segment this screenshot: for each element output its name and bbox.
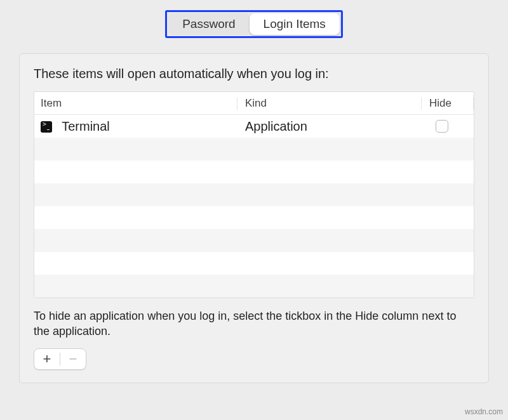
login-items-panel: These items will open automatically when… bbox=[19, 53, 489, 383]
intro-text: These items will open automatically when… bbox=[34, 67, 474, 81]
cell-kind: Application bbox=[237, 119, 422, 134]
watermark: wsxdn.com bbox=[465, 407, 503, 416]
hint-text: To hide an application when you log in, … bbox=[34, 308, 474, 339]
segmented-control: Password Login Items bbox=[165, 10, 343, 38]
tab-bar: Password Login Items bbox=[0, 10, 508, 38]
table-row bbox=[34, 138, 474, 161]
item-name: Terminal bbox=[62, 119, 110, 133]
tab-login-items[interactable]: Login Items bbox=[250, 13, 340, 35]
hide-checkbox[interactable] bbox=[436, 120, 448, 133]
table-body: Terminal Application bbox=[34, 115, 474, 298]
table-row bbox=[34, 252, 474, 275]
table-row[interactable]: Terminal Application bbox=[34, 115, 474, 138]
remove-button[interactable]: − bbox=[60, 349, 86, 369]
add-remove-bar: + − bbox=[34, 348, 86, 370]
column-header-item[interactable]: Item bbox=[34, 97, 237, 110]
table-row bbox=[34, 206, 474, 229]
cell-hide bbox=[422, 120, 474, 133]
add-button[interactable]: + bbox=[34, 349, 60, 369]
terminal-icon bbox=[41, 121, 52, 133]
table-row bbox=[34, 161, 474, 183]
table-header: Item Kind Hide bbox=[34, 92, 474, 115]
table-row bbox=[34, 275, 474, 298]
cell-item: Terminal bbox=[34, 119, 237, 134]
column-header-kind[interactable]: Kind bbox=[237, 97, 422, 110]
table-row bbox=[34, 183, 474, 206]
table-row bbox=[34, 229, 474, 252]
tab-password[interactable]: Password bbox=[168, 13, 249, 35]
preferences-window: Password Login Items These items will op… bbox=[0, 0, 508, 383]
login-items-table: Item Kind Hide Terminal Application bbox=[34, 91, 474, 298]
column-header-hide[interactable]: Hide bbox=[422, 97, 474, 110]
